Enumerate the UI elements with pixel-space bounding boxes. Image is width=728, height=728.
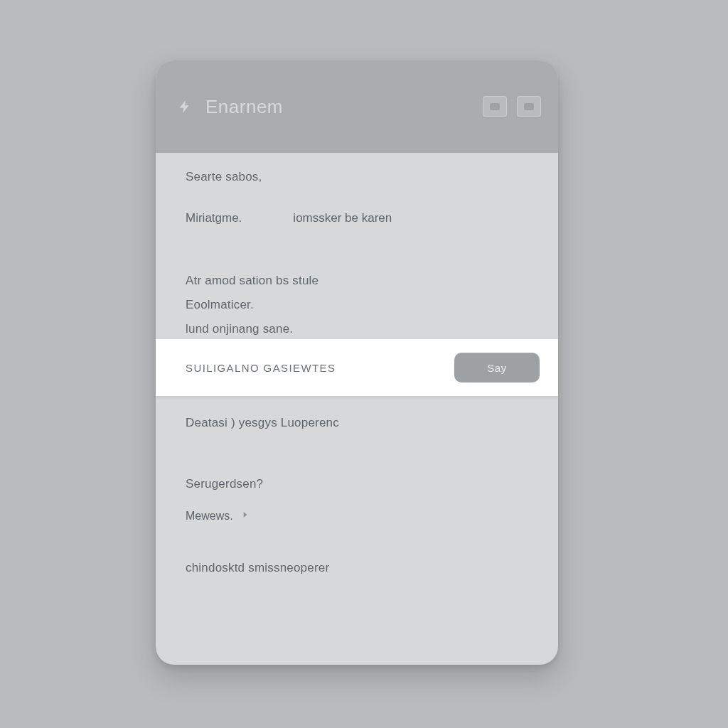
deatasi-label: Deatasi ) yesgys Luoperenc <box>186 416 528 430</box>
menews-label: Mewews. <box>186 510 233 523</box>
highlight-row: SUILIGALNO GASIEWTES Say <box>156 339 558 396</box>
picture-icon[interactable] <box>483 96 507 117</box>
sergerdsen-label: Serugerdsen? <box>186 477 528 491</box>
miriatgme-value: iomssker be karen <box>293 211 392 225</box>
section2-line2: Eoolmaticer. <box>186 298 528 312</box>
panel-title: Enarnem <box>205 96 473 118</box>
bolt-icon <box>177 99 193 114</box>
chevron-right-icon <box>240 510 250 523</box>
miriatgme-row: Miriatgme. iomssker be karen <box>186 211 528 225</box>
section2-line1: Atr amod sation bs stule <box>186 274 528 288</box>
menews-row[interactable]: Mewews. <box>186 510 528 523</box>
lower-section: Deatasi ) yesgys Luoperenc Serugerdsen? … <box>186 416 528 575</box>
panel-body: Searte sabos, Miriatgme. iomssker be kar… <box>156 153 558 336</box>
settings-panel: Enarnem Searte sabos, Miriatgme. iomsske… <box>156 60 558 665</box>
searte-label: Searte sabos, <box>186 170 528 184</box>
highlight-label: SUILIGALNO GASIEWTES <box>186 362 336 374</box>
panel-header: Enarnem <box>156 60 558 153</box>
miriatgme-key: Miriatgme. <box>186 211 242 225</box>
say-button-label: Say <box>487 362 506 374</box>
chirdoske-label: chindosktd smissneoperer <box>186 561 528 575</box>
say-button[interactable]: Say <box>454 353 540 382</box>
section2-line3: lund onjinang sane. <box>186 322 528 336</box>
card-icon[interactable] <box>517 96 541 117</box>
